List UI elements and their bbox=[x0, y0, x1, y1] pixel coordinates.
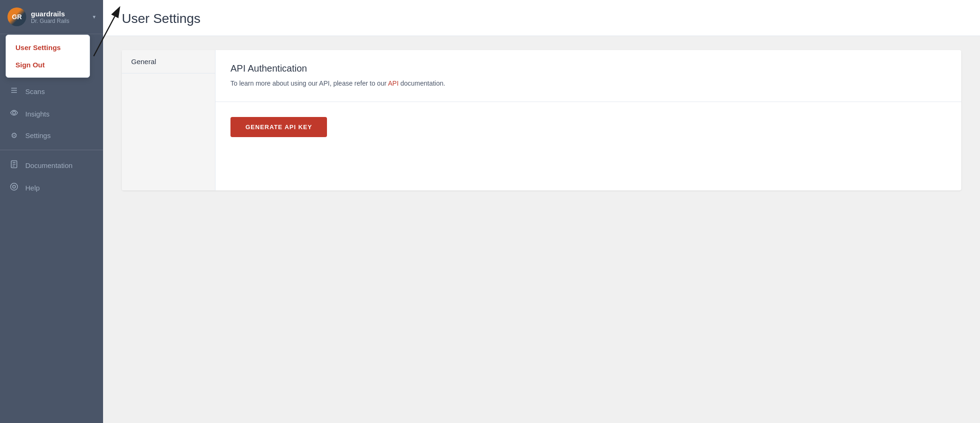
page-title: User Settings bbox=[122, 11, 961, 26]
help-icon bbox=[9, 182, 19, 193]
user-settings-link[interactable]: User Settings bbox=[6, 39, 89, 56]
api-auth-section: API Authentication To learn more about u… bbox=[215, 50, 961, 102]
scans-icon bbox=[9, 86, 19, 96]
sidebar-item-label-scans: Scans bbox=[25, 88, 45, 95]
svg-point-8 bbox=[13, 185, 15, 188]
svg-point-7 bbox=[11, 183, 18, 190]
sidebar-item-label-help: Help bbox=[25, 184, 40, 192]
account-menu-trigger[interactable]: GR guardrails Dr. Guard Rails ▾ bbox=[0, 0, 103, 34]
sign-out-link[interactable]: Sign Out bbox=[6, 56, 89, 73]
avatar: GR bbox=[7, 7, 26, 26]
account-dropdown: User Settings Sign Out bbox=[6, 35, 90, 78]
description-after: documentation. bbox=[399, 80, 445, 87]
gear-icon: ⚙ bbox=[9, 131, 19, 140]
sidebar-nav: ⚠ Vulnerabilities ℹ Findings Scans Insig… bbox=[0, 34, 103, 423]
api-link[interactable]: API bbox=[388, 80, 399, 87]
generate-api-section: GENERATE API KEY bbox=[215, 102, 961, 150]
svg-point-2 bbox=[13, 111, 15, 114]
sidebar-item-documentation[interactable]: Documentation bbox=[0, 154, 103, 176]
sidebar-item-help[interactable]: Help bbox=[0, 176, 103, 199]
settings-content: API Authentication To learn more about u… bbox=[215, 50, 961, 190]
generate-api-key-button[interactable]: GENERATE API KEY bbox=[230, 117, 327, 137]
sidebar-item-scans[interactable]: Scans bbox=[0, 80, 103, 102]
api-auth-title: API Authentication bbox=[230, 63, 946, 74]
main-body: General API Authentication To learn more… bbox=[103, 36, 980, 423]
settings-container: General API Authentication To learn more… bbox=[122, 50, 961, 190]
document-icon bbox=[9, 160, 19, 170]
tab-general[interactable]: General bbox=[122, 50, 215, 73]
brand-name: guardrails bbox=[31, 10, 88, 18]
main-content: User Settings General API Authentication… bbox=[103, 0, 980, 423]
page-header: User Settings bbox=[103, 0, 980, 36]
account-info: guardrails Dr. Guard Rails bbox=[31, 10, 88, 24]
description-before: To learn more about using our API, pleas… bbox=[230, 80, 388, 87]
sidebar-item-insights[interactable]: Insights bbox=[0, 102, 103, 125]
sidebar-item-label-insights: Insights bbox=[25, 110, 50, 118]
sidebar: GR guardrails Dr. Guard Rails ▾ User Set… bbox=[0, 0, 103, 423]
sidebar-item-settings[interactable]: ⚙ Settings bbox=[0, 125, 103, 146]
sidebar-item-label-documentation: Documentation bbox=[25, 161, 73, 169]
user-name: Dr. Guard Rails bbox=[31, 18, 88, 24]
api-auth-description: To learn more about using our API, pleas… bbox=[230, 79, 946, 88]
settings-tabs: General bbox=[122, 50, 215, 190]
sidebar-item-label-settings: Settings bbox=[25, 131, 51, 139]
sidebar-divider bbox=[0, 150, 103, 150]
chevron-down-icon: ▾ bbox=[93, 14, 96, 20]
eye-icon bbox=[9, 109, 19, 119]
